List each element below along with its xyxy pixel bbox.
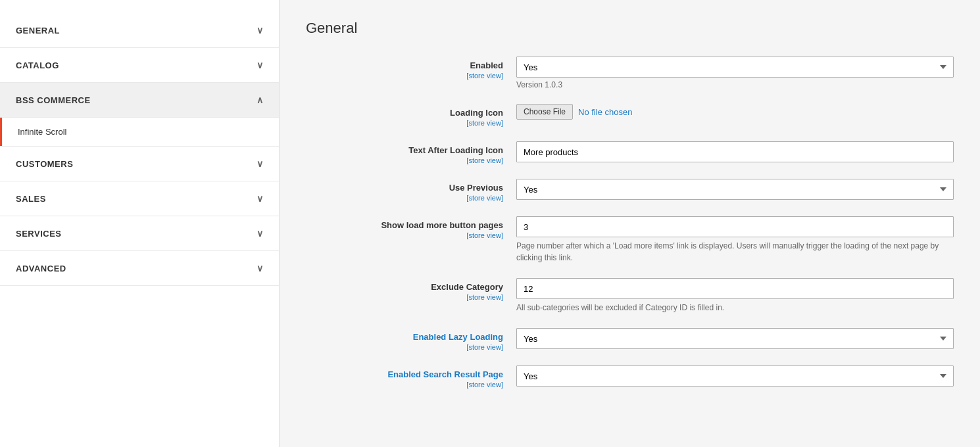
form-row-enabled-search-result: Enabled Search Result Page[store view]Ye… [306, 365, 954, 388]
select-enabled-search-result[interactable]: YesNo [516, 365, 954, 387]
sidebar-item-customers[interactable]: CUSTOMERS∨ [0, 147, 279, 181]
sidebar-item-advanced[interactable]: ADVANCED∨ [0, 251, 279, 286]
form-control-wrap-loading-icon: Choose FileNo file chosen [516, 104, 954, 120]
form-label-sub-loading-icon: [store view] [306, 119, 503, 127]
form-label-show-load-more: Show load more button pages[store view] [306, 216, 516, 239]
choose-file-button[interactable]: Choose File [516, 104, 573, 120]
input-show-load-more[interactable] [516, 216, 954, 237]
sidebar-item-header-sales[interactable]: SALES∨ [0, 181, 279, 216]
form-label-sub-use-previous: [store view] [306, 194, 503, 202]
section-title: General [306, 20, 954, 37]
form-label-main-text-after-loading: Text After Loading Icon [408, 145, 503, 155]
form-label-main-use-previous: Use Previous [449, 183, 503, 193]
main-content: General Enabled[store view]YesNoVersion … [280, 0, 980, 447]
form-control-wrap-enabled-search-result: YesNo [516, 365, 954, 387]
form-control-wrap-enabled-lazy-loading: YesNo [516, 328, 954, 349]
form-control-wrap-show-load-more: Page number after which a 'Load more ite… [516, 216, 954, 264]
form-control-wrap-text-after-loading [516, 141, 954, 162]
sidebar-item-sales[interactable]: SALES∨ [0, 181, 279, 216]
form-row-enabled: Enabled[store view]YesNoVersion 1.0.3 [306, 57, 954, 89]
form-label-main-enabled: Enabled [470, 60, 503, 70]
chevron-down-icon: ∨ [257, 158, 264, 169]
form-row-text-after-loading: Text After Loading Icon[store view] [306, 141, 954, 164]
select-enabled-lazy-loading[interactable]: YesNo [516, 328, 954, 349]
sidebar-item-header-advanced[interactable]: ADVANCED∨ [0, 251, 279, 285]
form-control-wrap-enabled: YesNoVersion 1.0.3 [516, 57, 954, 89]
sidebar-item-label-bss-commerce: BSS COMMERCE [16, 95, 91, 105]
settings-form: Enabled[store view]YesNoVersion 1.0.3Loa… [306, 57, 954, 388]
sidebar-item-label-customers: CUSTOMERS [16, 159, 73, 169]
field-note-enabled: Version 1.0.3 [516, 80, 954, 89]
sidebar-item-header-services[interactable]: SERVICES∨ [0, 216, 279, 250]
form-row-show-load-more: Show load more button pages[store view]P… [306, 216, 954, 264]
sidebar-item-services[interactable]: SERVICES∨ [0, 216, 279, 251]
form-label-sub-exclude-category: [store view] [306, 293, 503, 301]
form-label-sub-text-after-loading: [store view] [306, 156, 503, 164]
form-row-exclude-category: Exclude Category[store view]All sub-cate… [306, 278, 954, 314]
form-label-main-enabled-lazy-loading: Enabled Lazy Loading [413, 332, 503, 342]
sidebar-item-header-customers[interactable]: CUSTOMERS∨ [0, 147, 279, 181]
form-control-wrap-use-previous: YesNo [516, 179, 954, 200]
sidebar-item-header-bss-commerce[interactable]: BSS COMMERCE∧ [0, 83, 279, 117]
form-control-wrap-exclude-category: All sub-categories will be excluded if C… [516, 278, 954, 314]
sidebar-item-label-general: GENERAL [16, 26, 60, 35]
form-row-loading-icon: Loading Icon[store view]Choose FileNo fi… [306, 104, 954, 127]
form-label-main-show-load-more: Show load more button pages [381, 220, 503, 230]
form-label-enabled-search-result: Enabled Search Result Page[store view] [306, 365, 516, 388]
sidebar-item-header-catalog[interactable]: CATALOG∨ [0, 48, 279, 82]
chevron-up-icon: ∧ [257, 95, 264, 105]
sidebar-item-catalog[interactable]: CATALOG∨ [0, 48, 279, 83]
form-label-loading-icon: Loading Icon[store view] [306, 104, 516, 127]
no-file-label: No file chosen [578, 107, 632, 117]
form-label-main-loading-icon: Loading Icon [450, 108, 503, 118]
form-label-sub-enabled-lazy-loading: [store view] [306, 343, 503, 351]
form-label-use-previous: Use Previous[store view] [306, 179, 516, 202]
form-label-sub-enabled-search-result: [store view] [306, 381, 503, 388]
field-note-show-load-more: Page number after which a 'Load more ite… [516, 240, 954, 264]
form-label-sub-enabled: [store view] [306, 72, 503, 80]
chevron-down-icon: ∨ [257, 193, 264, 204]
form-row-enabled-lazy-loading: Enabled Lazy Loading[store view]YesNo [306, 328, 954, 351]
form-label-sub-show-load-more: [store view] [306, 231, 503, 239]
chevron-down-icon: ∨ [257, 25, 264, 35]
chevron-down-icon: ∨ [257, 263, 264, 273]
sidebar-item-label-sales: SALES [16, 194, 46, 204]
sidebar-item-bss-commerce[interactable]: BSS COMMERCE∧Infinite Scroll [0, 83, 279, 147]
form-label-enabled-lazy-loading: Enabled Lazy Loading[store view] [306, 328, 516, 351]
field-note-exclude-category: All sub-categories will be excluded if C… [516, 302, 954, 314]
sidebar-item-header-general[interactable]: GENERAL∨ [0, 13, 279, 47]
form-row-use-previous: Use Previous[store view]YesNo [306, 179, 954, 202]
form-label-enabled: Enabled[store view] [306, 57, 516, 80]
sidebar-item-general[interactable]: GENERAL∨ [0, 13, 279, 48]
chevron-down-icon: ∨ [257, 60, 264, 70]
input-exclude-category[interactable] [516, 278, 954, 299]
app-layout: GENERAL∨CATALOG∨BSS COMMERCE∧Infinite Sc… [0, 0, 980, 447]
chevron-down-icon: ∨ [257, 228, 264, 239]
sidebar-item-label-advanced: ADVANCED [16, 264, 66, 273]
form-label-main-enabled-search-result: Enabled Search Result Page [387, 369, 503, 379]
input-text-after-loading[interactable] [516, 141, 954, 162]
form-label-exclude-category: Exclude Category[store view] [306, 278, 516, 301]
sidebar-item-label-catalog: CATALOG [16, 60, 59, 70]
sidebar-sub-bss-commerce: Infinite Scroll [0, 117, 279, 146]
form-label-main-exclude-category: Exclude Category [431, 282, 503, 292]
sidebar: GENERAL∨CATALOG∨BSS COMMERCE∧Infinite Sc… [0, 0, 280, 447]
sidebar-sub-item-infinite-scroll[interactable]: Infinite Scroll [0, 118, 279, 146]
file-input-wrap-loading-icon: Choose FileNo file chosen [516, 104, 954, 120]
sidebar-item-label-services: SERVICES [16, 229, 62, 239]
select-enabled[interactable]: YesNo [516, 57, 954, 78]
form-label-text-after-loading: Text After Loading Icon[store view] [306, 141, 516, 164]
select-use-previous[interactable]: YesNo [516, 179, 954, 200]
